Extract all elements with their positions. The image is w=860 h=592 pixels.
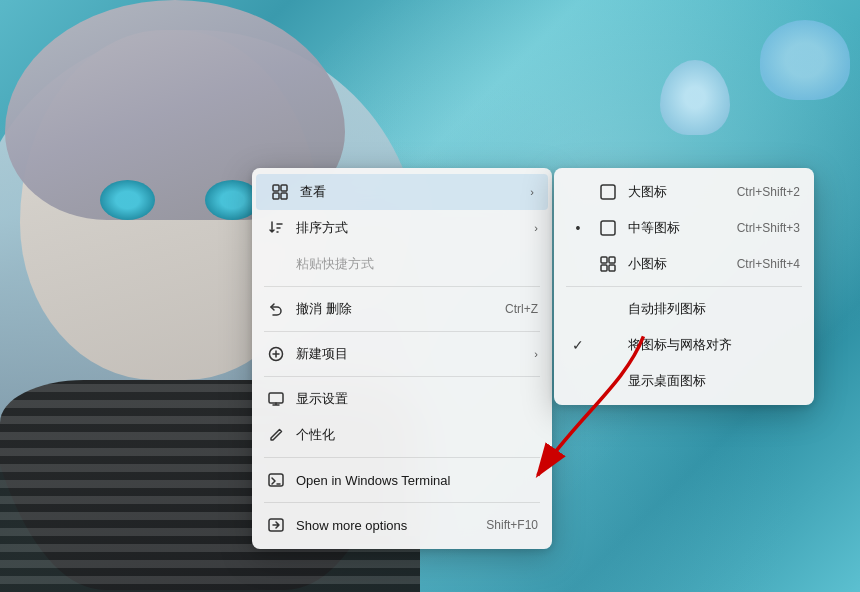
menu-item-undo[interactable]: 撤消 删除 Ctrl+Z: [252, 291, 552, 327]
undo-shortcut: Ctrl+Z: [505, 302, 538, 316]
submenu-view: 大图标 Ctrl+Shift+2 • 中等图标 Ctrl+Shift+3: [554, 168, 814, 405]
svg-rect-2: [273, 193, 279, 199]
svg-rect-10: [601, 257, 607, 263]
terminal-icon: [266, 470, 286, 490]
align-grid-check: ✓: [568, 337, 588, 353]
personalize-icon: [266, 425, 286, 445]
eye-left: [100, 180, 155, 220]
medium-icon-shortcut: Ctrl+Shift+3: [737, 221, 800, 235]
paw-main: [760, 20, 850, 100]
menu-item-terminal[interactable]: Open in Windows Terminal: [252, 462, 552, 498]
small-icon-label: 小图标: [628, 255, 737, 273]
cat-ghost-decoration: [660, 60, 740, 150]
large-icon-shortcut: Ctrl+Shift+2: [737, 185, 800, 199]
large-icon-label: 大图标: [628, 183, 737, 201]
svg-rect-11: [609, 257, 615, 263]
more-options-icon: [266, 515, 286, 535]
sort-icon: [266, 218, 286, 238]
view-label: 查看: [300, 183, 522, 201]
divider-2: [264, 331, 540, 332]
display-label: 显示设置: [296, 390, 538, 408]
divider-3: [264, 376, 540, 377]
show-desktop-icon: [598, 371, 618, 391]
svg-rect-9: [601, 221, 615, 235]
submenu-item-large-icon[interactable]: 大图标 Ctrl+Shift+2: [554, 174, 814, 210]
new-label: 新建项目: [296, 345, 526, 363]
undo-label: 撤消 删除: [296, 300, 495, 318]
sort-arrow: ›: [534, 222, 538, 234]
align-grid-icon: [598, 335, 618, 355]
sort-label: 排序方式: [296, 219, 526, 237]
context-menu-wrapper: 查看 › 排序方式 › 粘贴快捷方式: [252, 168, 814, 549]
auto-arrange-icon: [598, 299, 618, 319]
svg-rect-8: [601, 185, 615, 199]
paw-decoration: [760, 20, 860, 120]
submenu-item-small-icon[interactable]: 小图标 Ctrl+Shift+4: [554, 246, 814, 282]
personalize-label: 个性化: [296, 426, 538, 444]
svg-rect-6: [269, 474, 283, 486]
new-icon: [266, 344, 286, 364]
svg-rect-12: [601, 265, 607, 271]
auto-arrange-label: 自动排列图标: [628, 300, 800, 318]
small-icon-icon: [598, 254, 618, 274]
terminal-label: Open in Windows Terminal: [296, 473, 538, 488]
svg-rect-5: [269, 393, 283, 403]
new-arrow: ›: [534, 348, 538, 360]
divider-5: [264, 502, 540, 503]
undo-icon: [266, 299, 286, 319]
svg-rect-1: [281, 185, 287, 191]
svg-rect-3: [281, 193, 287, 199]
paste-shortcut-icon: [266, 254, 286, 274]
menu-item-view[interactable]: 查看 ›: [256, 174, 548, 210]
menu-item-sort[interactable]: 排序方式 ›: [252, 210, 552, 246]
menu-item-new[interactable]: 新建项目 ›: [252, 336, 552, 372]
more-options-shortcut: Shift+F10: [486, 518, 538, 532]
submenu-item-show-desktop[interactable]: 显示桌面图标: [554, 363, 814, 399]
submenu-item-align-grid[interactable]: ✓ 将图标与网格对齐: [554, 327, 814, 363]
small-icon-shortcut: Ctrl+Shift+4: [737, 257, 800, 271]
context-menu: 查看 › 排序方式 › 粘贴快捷方式: [252, 168, 552, 549]
character-eyes: [80, 180, 280, 230]
submenu-item-auto-arrange[interactable]: 自动排列图标: [554, 291, 814, 327]
svg-rect-0: [273, 185, 279, 191]
menu-item-personalize[interactable]: 个性化: [252, 417, 552, 453]
view-icon: [270, 182, 290, 202]
align-grid-label: 将图标与网格对齐: [628, 336, 800, 354]
svg-rect-13: [609, 265, 615, 271]
divider-4: [264, 457, 540, 458]
menu-item-paste-shortcut[interactable]: 粘贴快捷方式: [252, 246, 552, 282]
submenu-divider: [566, 286, 802, 287]
view-arrow: ›: [530, 186, 534, 198]
medium-icon-icon: [598, 218, 618, 238]
more-options-label: Show more options: [296, 518, 476, 533]
display-icon: [266, 389, 286, 409]
menu-item-more-options[interactable]: Show more options Shift+F10: [252, 507, 552, 543]
divider-1: [264, 286, 540, 287]
cat-ghost-body: [660, 60, 730, 135]
submenu-item-medium-icon[interactable]: • 中等图标 Ctrl+Shift+3: [554, 210, 814, 246]
medium-icon-label: 中等图标: [628, 219, 737, 237]
medium-icon-check: •: [568, 220, 588, 236]
large-icon-icon: [598, 182, 618, 202]
show-desktop-label: 显示桌面图标: [628, 372, 800, 390]
menu-item-display[interactable]: 显示设置: [252, 381, 552, 417]
paste-shortcut-label: 粘贴快捷方式: [296, 255, 538, 273]
